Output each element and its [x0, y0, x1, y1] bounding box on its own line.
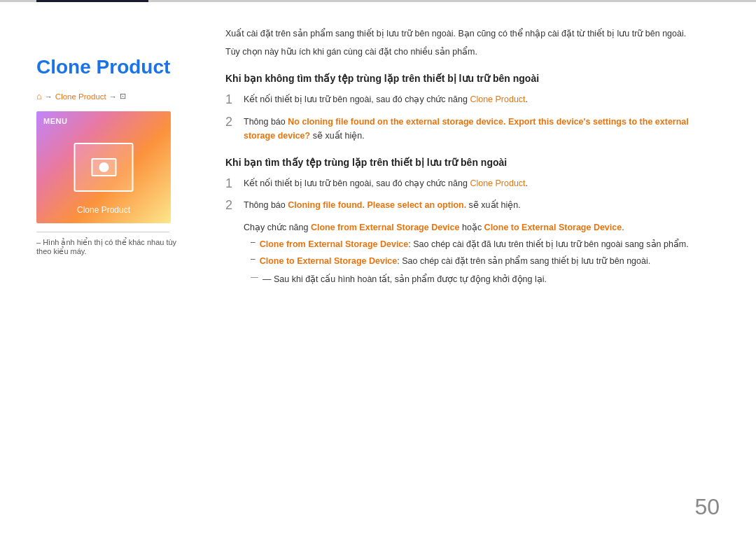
sub-h1: Clone from External Storage Device: [311, 223, 460, 232]
section2-num2: 2: [225, 198, 237, 213]
breadcrumb: ⌂ → Clone Product → ⊡: [36, 91, 183, 101]
section2-num1: 1: [225, 176, 237, 192]
tv-frame: [74, 143, 134, 192]
tv-image: MENU Clone Product: [36, 111, 171, 223]
intro-text-1: Xuất cài đặt trên sản phẩm sang thiết bị…: [225, 27, 720, 41]
section1-heading: Khi bạn không tìm thấy tệp trùng lặp trê…: [225, 73, 720, 84]
triple-dash-icon: —: [251, 272, 258, 281]
tv-clone-label: Clone Product: [77, 205, 130, 215]
bullet2-dash: –: [251, 254, 255, 264]
section2-item2-text: Thông báo Cloning file found. Please sel…: [244, 198, 521, 212]
bullet2-text: Clone to External Storage Device: Sao ch…: [260, 254, 651, 268]
section2-sub: Chạy chức năng Clone from External Stora…: [244, 220, 720, 286]
intro-text-2: Tùy chọn này hữu ích khi gán cùng cài đặ…: [225, 45, 720, 59]
breadcrumb-current: Clone Product: [55, 92, 106, 101]
bullet1-highlight: Clone from External Storage Device: [260, 239, 409, 249]
image-note: – Hình ảnh hiển thị có thể khác nhau tùy…: [36, 238, 183, 256]
section1: Khi bạn không tìm thấy tệp trùng lặp trê…: [225, 73, 720, 143]
sub-h2: Clone to External Storage Device: [484, 223, 622, 232]
section1-item2-highlight: No cloning file found on the external st…: [244, 117, 689, 141]
page-number: 50: [694, 494, 720, 520]
section2-item2-highlight: Cloning file found. Please select an opt…: [288, 200, 466, 210]
breadcrumb-end-icon: ⊡: [120, 92, 126, 101]
bullet1-text: Clone from External Storage Device: Sao …: [260, 237, 689, 251]
breadcrumb-home-icon: ⌂: [36, 91, 42, 101]
breadcrumb-arrow2: →: [109, 92, 117, 101]
right-panel: Xuất cài đặt trên sản phẩm sang thiết bị…: [204, 21, 720, 513]
page-container: Clone Product ⌂ → Clone Product → ⊡ MENU…: [36, 21, 720, 513]
section1-item1: 1 Kết nối thiết bị lưu trữ bên ngoài, sa…: [225, 92, 720, 108]
accent-line: [36, 0, 148, 2]
final-note: — Sau khi đặt cấu hình hoàn tất, sản phẩ…: [262, 272, 547, 286]
final-note-container: — — Sau khi đặt cấu hình hoàn tất, sản p…: [251, 272, 720, 286]
breadcrumb-arrow1: →: [45, 92, 52, 101]
section2-heading: Khi bạn tìm thấy tệp trùng lặp trên thiế…: [225, 157, 720, 168]
section1-item1-text: Kết nối thiết bị lưu trữ bên ngoài, sau …: [244, 92, 528, 106]
bullet1-dash: –: [251, 237, 255, 247]
section2-item2: 2 Thông báo Cloning file found. Please s…: [225, 198, 720, 213]
section2-item1: 1 Kết nối thiết bị lưu trữ bên ngoài, sa…: [225, 176, 720, 192]
tv-menu-label: MENU: [43, 117, 67, 125]
bullet2-highlight: Clone to External Storage Device: [260, 256, 398, 266]
section1-num2: 2: [225, 115, 237, 130]
section2-item1-highlight: Clone Product: [470, 178, 525, 188]
section1-item2: 2 Thông báo No cloning file found on the…: [225, 115, 720, 143]
section1-item2-text: Thông báo No cloning file found on the e…: [244, 115, 720, 143]
bullet1: – Clone from External Storage Device: Sa…: [251, 237, 720, 251]
section1-num1: 1: [225, 92, 237, 108]
section1-item1-highlight: Clone Product: [470, 94, 525, 104]
bullet2: – Clone to External Storage Device: Sao …: [251, 254, 720, 268]
page-title: Clone Product: [36, 56, 183, 78]
tv-inner-icon: [91, 158, 116, 176]
sub-note: Chạy chức năng Clone from External Stora…: [244, 220, 720, 234]
left-panel: Clone Product ⌂ → Clone Product → ⊡ MENU…: [36, 21, 204, 513]
image-divider: [36, 232, 169, 232]
section2-item1-text: Kết nối thiết bị lưu trữ bên ngoài, sau …: [244, 176, 528, 190]
section2: Khi bạn tìm thấy tệp trùng lặp trên thiế…: [225, 157, 720, 286]
tv-circle: [99, 162, 108, 172]
